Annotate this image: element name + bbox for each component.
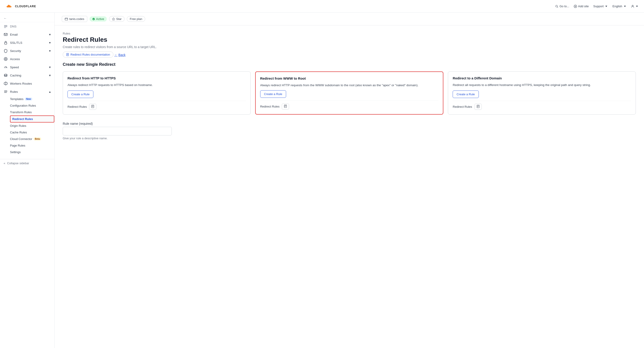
rule-name-label: Rule name (required) — [63, 122, 636, 126]
page-content: Rules Redirect Rules Create rules to red… — [54, 25, 644, 146]
sidebar-subitem-page-rules[interactable]: Page Rules — [10, 142, 54, 149]
addsite-button[interactable]: Add site — [574, 4, 589, 8]
svg-point-23 — [92, 18, 95, 20]
cloudflare-logo: CLOUDFLARE — [6, 4, 36, 9]
chevron-icon: ▾ — [49, 41, 51, 44]
sidebar: ← DNS Email ▾ SSL/TLS ▾ — [0, 13, 54, 348]
goto-button[interactable]: Go to... — [555, 4, 569, 8]
card-desc: Always redirect HTTP requests to HTTPS b… — [68, 83, 246, 88]
user-icon — [631, 5, 634, 8]
speed-icon — [4, 65, 8, 69]
arrow-left-icon: ← — [114, 53, 118, 57]
sidebar-subitem-origin-rules[interactable]: Origin Rules — [10, 123, 54, 129]
workers-icon — [4, 81, 8, 86]
breadcrumb: Rules — [63, 32, 636, 35]
sidebar-back-button[interactable]: ← — [0, 14, 54, 22]
rule-name-form: Rule name (required) Give your rule a de… — [63, 122, 636, 140]
rules-subitems: Templates New Configuration Rules Transf… — [0, 96, 54, 155]
cf-cloud-icon — [6, 4, 14, 9]
card-footer: Redirect Rules — [260, 101, 438, 110]
collapse-sidebar-button[interactable]: « Collapse sidebar — [0, 159, 54, 167]
sidebar-subitem-settings[interactable]: Settings — [10, 149, 54, 155]
svg-rect-10 — [4, 26, 7, 27]
svg-marker-24 — [112, 18, 115, 20]
chevron-icon: ▾ — [49, 49, 51, 53]
svg-rect-13 — [4, 42, 7, 44]
sidebar-item-dns[interactable]: DNS — [0, 22, 54, 30]
card-footer: Redirect Rules — [453, 101, 631, 110]
card-title: Redirect to a Different Domain — [453, 76, 631, 80]
sidebar-subitem-config-rules[interactable]: Configuration Rules — [10, 102, 54, 109]
sidebar-subitem-transform-rules[interactable]: Transform Rules — [10, 109, 54, 116]
doc-icon — [476, 105, 480, 108]
collapse-icon: « — [4, 162, 5, 165]
sidebar-item-access[interactable]: Access — [0, 55, 54, 63]
check-icon — [92, 18, 95, 20]
new-badge: New — [25, 98, 32, 101]
template-cards: Redirect from HTTP to HTTPS Always redir… — [63, 71, 636, 115]
star-button[interactable]: Star — [109, 16, 124, 22]
sidebar-subitem-cache-rules[interactable]: Cache Rules — [10, 129, 54, 136]
card-doc-icon-btn-0[interactable] — [89, 104, 96, 110]
sidebar-item-workers[interactable]: Workers Routes — [0, 79, 54, 88]
beta-badge: Beta — [34, 138, 41, 141]
chevron-icon: ▾ — [49, 65, 51, 69]
svg-point-17 — [4, 74, 7, 75]
svg-rect-12 — [4, 33, 7, 36]
doc-icon — [91, 105, 94, 108]
doc-link[interactable]: Redirect Rules documentation — [63, 51, 114, 58]
create-rule-btn-0[interactable]: Create a Rule — [68, 91, 94, 98]
language-button[interactable]: English — [612, 4, 626, 8]
sidebar-item-caching[interactable]: Caching ▾ — [0, 71, 54, 79]
sidebar-subitem-redirect-rules[interactable]: Redirect Rules — [10, 116, 54, 123]
topnav: CLOUDFLARE Go to... Add site Support Eng… — [0, 0, 644, 13]
card-footer: Redirect Rules — [68, 101, 246, 110]
rule-name-input[interactable] — [63, 127, 172, 136]
chevron-down-icon — [623, 5, 626, 8]
section-title: Create new Single Redirect — [63, 62, 636, 67]
search-icon — [555, 5, 558, 8]
card-desc: Always redirect HTTP requests from the W… — [260, 83, 438, 88]
card-doc-icon-btn-2[interactable] — [474, 104, 482, 110]
main-content: tanis.codes Active Star Free plan Rules … — [54, 13, 644, 348]
caching-icon — [4, 73, 8, 77]
chevron-down-icon — [635, 5, 638, 8]
chevron-down-icon — [605, 5, 608, 8]
create-rule-btn-2[interactable]: Create a Rule — [453, 91, 478, 98]
svg-point-0 — [556, 5, 558, 7]
doc-icon — [284, 105, 287, 108]
lock-icon — [4, 41, 8, 45]
sidebar-item-security[interactable]: Security ▾ — [0, 47, 54, 55]
svg-line-1 — [557, 7, 558, 7]
card-http-to-https: Redirect from HTTP to HTTPS Always redir… — [63, 71, 251, 115]
sidebar-item-rules[interactable]: Rules ▴ — [0, 88, 54, 96]
domain-pill[interactable]: tanis.codes — [62, 16, 87, 22]
card-doc-icon-btn-1[interactable] — [282, 103, 289, 110]
create-rule-btn-1[interactable]: Create a Rule — [260, 90, 286, 98]
back-arrow-icon: ← — [4, 16, 7, 20]
svg-marker-6 — [624, 6, 626, 7]
sidebar-subitem-templates[interactable]: Templates New — [10, 96, 54, 102]
topnav-actions: Go to... Add site Support English — [555, 4, 638, 8]
svg-rect-11 — [4, 27, 6, 28]
access-icon — [4, 57, 8, 61]
sidebar-subitem-cloud-connector[interactable]: Cloud Connector Beta — [10, 136, 54, 142]
sidebar-item-email[interactable]: Email ▾ — [0, 30, 54, 38]
status-active-badge: Active — [90, 16, 107, 21]
sidebar-item-ssl[interactable]: SSL/TLS ▾ — [0, 38, 54, 47]
domain-icon — [65, 17, 68, 21]
email-icon — [4, 32, 8, 36]
dns-icon — [4, 24, 8, 28]
svg-point-15 — [5, 58, 6, 60]
svg-rect-9 — [4, 25, 7, 26]
sidebar-item-speed[interactable]: Speed ▾ — [0, 63, 54, 71]
svg-line-16 — [6, 67, 6, 68]
shield-icon — [4, 49, 8, 53]
card-title: Redirect from WWW to Root — [260, 76, 438, 80]
svg-point-14 — [4, 57, 7, 61]
book-icon — [66, 53, 69, 56]
back-link[interactable]: ← Back — [114, 53, 126, 57]
rule-name-hint: Give your rule a descriptive name. — [63, 137, 636, 140]
user-button[interactable] — [631, 5, 638, 8]
support-button[interactable]: Support — [593, 4, 608, 8]
